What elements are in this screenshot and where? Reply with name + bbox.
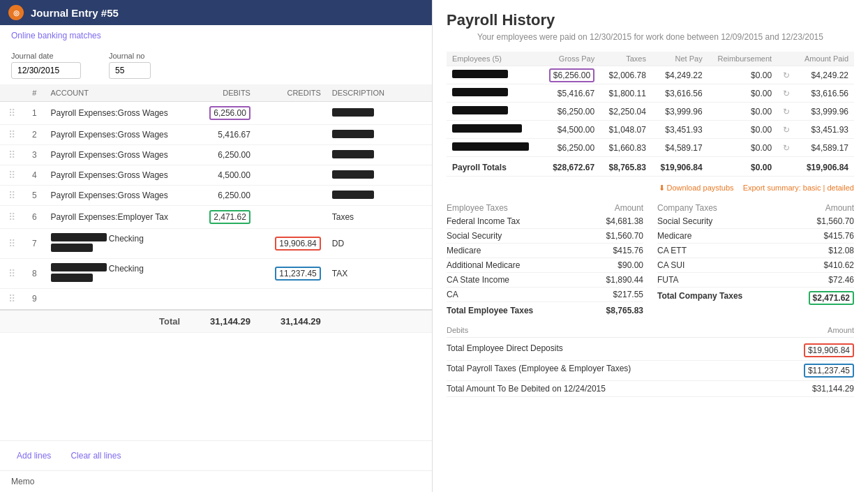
row-num: 9	[24, 289, 45, 310]
drag-handle[interactable]: ⠿	[6, 190, 18, 201]
refresh-icon[interactable]: ↻	[777, 139, 795, 157]
employee-amount: $3,451.93	[795, 121, 854, 139]
journal-no-input[interactable]	[109, 62, 151, 79]
table-row: ⠿ 8 Checking 11,237.45 TAX	[0, 259, 432, 289]
credit-highlight-red: 19,906.84	[275, 237, 320, 251]
row-debit: 4,500.00	[186, 165, 256, 186]
journal-date-group: Journal date	[11, 52, 81, 79]
tax-label: Social Security	[447, 231, 502, 241]
journal-date-input[interactable]	[11, 62, 81, 79]
employee-row: $5,416.67 $1,800.11 $3,616.56 $0.00 ↻ $3…	[447, 84, 854, 103]
employee-reimb: $0.00	[708, 84, 777, 103]
row-credit	[256, 206, 327, 229]
drag-handle[interactable]: ⠿	[6, 211, 18, 223]
journal-date-label: Journal date	[11, 52, 81, 60]
row-credit	[256, 186, 327, 206]
col-gross-pay: Gross Pay	[540, 52, 600, 66]
debit-amount-blue: $11,237.45	[804, 364, 854, 378]
blacked-account2	[51, 274, 93, 282]
row-account: Payroll Expenses:Gross Wages	[45, 145, 186, 165]
debit-label: Total Amount To Be Debited on 12/24/2015	[447, 384, 606, 394]
company-tax-title: Company Taxes	[657, 203, 717, 213]
tax-row: CA $217.55	[447, 288, 643, 302]
row-desc: DD	[327, 229, 432, 259]
company-tax-total: Total Company Taxes $2,471.62	[657, 288, 854, 308]
employee-gross: $4,500.00	[540, 121, 600, 139]
row-desc	[327, 145, 432, 165]
blacked-name	[452, 124, 522, 133]
employee-reimb: $0.00	[708, 66, 777, 84]
drag-handle[interactable]: ⠿	[6, 170, 18, 181]
row-account: Payroll Expenses:Gross Wages	[45, 125, 186, 145]
right-panel: Payroll History Your employees were paid…	[433, 0, 868, 492]
employee-name	[447, 66, 540, 84]
blacked-name	[452, 142, 529, 151]
online-banking-link[interactable]: Online banking matches	[0, 25, 432, 46]
tax-label: CA State Income	[447, 275, 509, 285]
download-paystubs-link[interactable]: ⬇ Download paystubs	[659, 184, 734, 192]
app-logo: ◎	[8, 5, 24, 20]
employee-tax-col: Employee Taxes Amount Federal Income Tax…	[447, 201, 643, 319]
employee-amount: $3,999.96	[795, 103, 854, 121]
debit-label: Total Employee Direct Deposits	[447, 343, 563, 357]
export-summary-link[interactable]: Export summary: basic | detailed	[743, 184, 854, 192]
employee-netpay: $3,451.93	[652, 121, 708, 139]
tax-row: CA State Income $1,890.44	[447, 273, 643, 288]
row-debit	[186, 229, 256, 259]
debits-section: Debits Amount Total Employee Direct Depo…	[447, 326, 854, 397]
row-num: 3	[24, 145, 45, 165]
refresh-icon[interactable]: ↻	[777, 121, 795, 139]
drag-handle[interactable]: ⠿	[6, 268, 18, 279]
employee-netpay: $4,589.17	[652, 139, 708, 157]
employee-gross: $5,416.67	[540, 84, 600, 103]
tax-label: CA ETT	[657, 246, 687, 255]
credit-highlight-blue: 11,237.45	[275, 267, 320, 281]
row-credit: 19,906.84	[256, 229, 327, 259]
company-tax-amount-header: Amount	[825, 203, 854, 213]
tax-amount: $90.00	[618, 260, 643, 270]
tax-amount: $415.76	[824, 231, 854, 241]
drag-handle[interactable]: ⠿	[6, 238, 18, 249]
tax-row: Social Security $1,560.70	[657, 214, 854, 229]
add-lines-button[interactable]: Add lines	[11, 448, 57, 463]
tax-label: Additional Medicare	[447, 260, 520, 270]
drag-handle[interactable]: ⠿	[6, 107, 18, 119]
row-desc: TAX	[327, 259, 432, 289]
employee-name	[447, 121, 540, 139]
journal-title: Journal Entry #55	[31, 7, 119, 19]
row-debit: 6,250.00	[186, 186, 256, 206]
employee-name	[447, 103, 540, 121]
table-row: ⠿ 6 Payroll Expenses:Employer Tax 2,471.…	[0, 206, 432, 229]
debit-row: Total Payroll Taxes (Employee & Employer…	[447, 361, 854, 381]
refresh-icon[interactable]: ↻	[777, 84, 795, 103]
tax-label: Social Security	[657, 216, 712, 226]
row-num: 1	[24, 102, 45, 125]
row-credit	[256, 289, 327, 310]
drag-handle[interactable]: ⠿	[6, 149, 18, 161]
employee-tax-total-label: Total Employee Taxes	[447, 306, 533, 315]
debit-amount: $31,144.29	[812, 384, 854, 394]
refresh-icon[interactable]: ↻	[777, 66, 795, 84]
employee-taxes: $1,048.07	[600, 121, 652, 139]
employee-taxes: $2,006.78	[600, 66, 652, 84]
refresh-icon[interactable]: ↻	[777, 103, 795, 121]
employee-reimb: $0.00	[708, 103, 777, 121]
drag-handle[interactable]: ⠿	[6, 129, 18, 140]
tax-amount: $1,560.70	[817, 216, 854, 226]
tax-section: Employee Taxes Amount Federal Income Tax…	[447, 201, 854, 319]
table-row: ⠿ 3 Payroll Expenses:Gross Wages 6,250.0…	[0, 145, 432, 165]
row-account: Payroll Expenses:Gross Wages	[45, 165, 186, 186]
tax-row: CA ETT $12.08	[657, 244, 854, 258]
tax-row: CA SUI $410.62	[657, 258, 854, 273]
drag-handle[interactable]: ⠿	[6, 293, 18, 304]
clear-lines-button[interactable]: Clear all lines	[65, 448, 126, 463]
download-links: ⬇ Download paystubs Export summary: basi…	[447, 184, 854, 193]
employee-gross: $6,250.00	[540, 139, 600, 157]
row-num: 4	[24, 165, 45, 186]
row-debit: 6,256.00	[186, 102, 256, 125]
col-num: #	[24, 84, 45, 102]
tax-amount: $1,560.70	[606, 231, 643, 241]
row-credit	[256, 102, 327, 125]
journal-table-container: # ACCOUNT DEBITS CREDITS DESCRIPTION ⠿ 1…	[0, 84, 432, 440]
employee-netpay: $3,999.96	[652, 103, 708, 121]
